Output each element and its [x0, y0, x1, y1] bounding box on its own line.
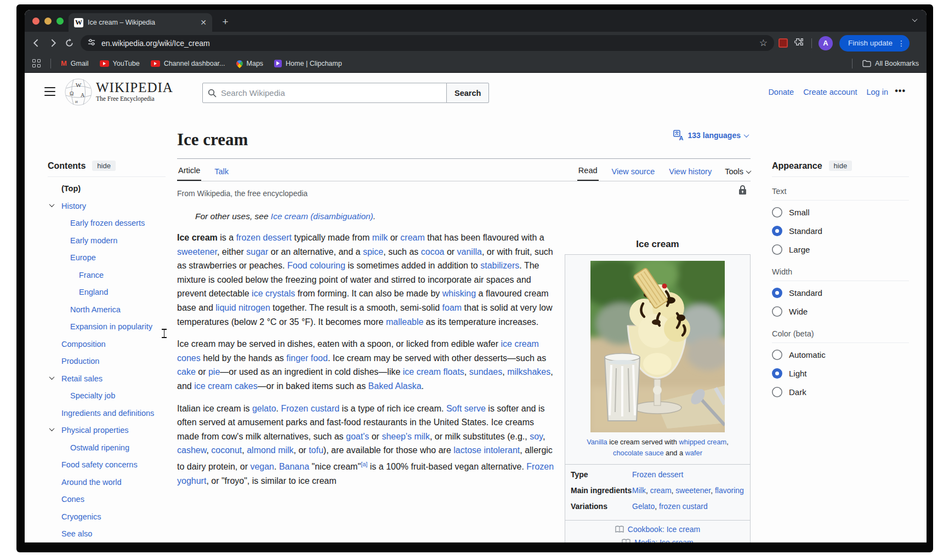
- tools-menu[interactable]: Tools: [725, 167, 751, 181]
- wiki-link[interactable]: Baked Alaska: [368, 381, 422, 391]
- wiki-link[interactable]: Food colouring: [287, 261, 345, 270]
- wiki-link[interactable]: finger food: [286, 353, 328, 363]
- wiki-link[interactable]: liquid nitrogen: [215, 303, 270, 312]
- apps-grid-icon[interactable]: [32, 59, 41, 67]
- minimize-window-button[interactable]: [44, 18, 52, 25]
- toc-link[interactable]: Food safety concerns: [48, 460, 166, 470]
- radio-button-selected[interactable]: [772, 226, 782, 236]
- infobox-footer-link[interactable]: Cookbook: Ice cream: [628, 525, 700, 534]
- site-settings-icon[interactable]: [87, 38, 96, 49]
- header-link-log-in[interactable]: Log in: [866, 88, 888, 96]
- appearance-option-automatic[interactable]: Automatic: [772, 350, 909, 360]
- search-input[interactable]: [221, 88, 441, 98]
- appearance-option-standard[interactable]: Standard: [772, 226, 909, 236]
- toc-link[interactable]: Cones: [48, 494, 166, 504]
- wiki-link[interactable]: soy: [530, 432, 543, 441]
- toc-link[interactable]: Production: [48, 356, 166, 366]
- bookmark-item[interactable]: MGmail: [61, 59, 89, 67]
- toc-link[interactable]: Cryogenics: [48, 512, 166, 522]
- languages-button[interactable]: A 133 languages: [673, 130, 749, 141]
- wiki-link[interactable]: cocoa: [421, 247, 445, 256]
- radio-button-selected[interactable]: [772, 288, 782, 298]
- toc-link[interactable]: (Top): [48, 184, 166, 193]
- appearance-option-wide[interactable]: Wide: [772, 306, 909, 317]
- wiki-link[interactable]: ice cream floats: [403, 367, 464, 376]
- infobox-footer-link[interactable]: Media: Ice cream: [634, 538, 693, 542]
- wiki-link[interactable]: tofu: [309, 445, 323, 455]
- toc-link[interactable]: Retail sales: [48, 374, 166, 384]
- wiki-link[interactable]: Soft serve: [446, 404, 486, 413]
- all-bookmarks-button[interactable]: All Bookmarks: [862, 60, 919, 67]
- wikipedia-wordmark[interactable]: WIKIPEDIA The Free Encyclopedia: [96, 81, 173, 102]
- wiki-link[interactable]: malleable: [386, 317, 423, 327]
- wiki-link[interactable]: gelato: [252, 404, 276, 413]
- wiki-link[interactable]: milkshakes: [507, 367, 550, 376]
- header-more-icon[interactable]: •••: [895, 86, 906, 96]
- finish-update-button[interactable]: Finish update ⋮: [839, 35, 910, 52]
- wiki-link[interactable]: cream: [650, 486, 672, 495]
- wiki-link[interactable]: Milk: [632, 486, 646, 495]
- toc-link[interactable]: See also: [48, 529, 166, 539]
- toc-link[interactable]: Ostwald ripening: [48, 443, 166, 453]
- wiki-link[interactable]: coconut: [211, 445, 242, 455]
- toc-link[interactable]: North America: [48, 305, 166, 315]
- address-bar[interactable]: en.wikipedia.org/wiki/Ice_cream ☆: [81, 35, 774, 51]
- wiki-link[interactable]: milk: [372, 233, 388, 242]
- wiki-link[interactable]: ice crystals: [252, 289, 295, 298]
- wiki-link[interactable]: ice cream cakes: [194, 381, 258, 391]
- wiki-link[interactable]: chocolate sauce: [613, 449, 663, 457]
- wiki-link[interactable]: sugar: [246, 247, 268, 256]
- tab-article[interactable]: Article: [177, 162, 201, 181]
- bookmark-item[interactable]: Maps: [236, 59, 264, 67]
- radio-button[interactable]: [772, 350, 782, 360]
- radio-button[interactable]: [772, 306, 782, 317]
- wiki-link[interactable]: cream: [400, 233, 424, 242]
- tab-view-history[interactable]: View history: [668, 163, 713, 181]
- wikipedia-globe-logo[interactable]: W Ω A и: [64, 77, 93, 109]
- tab-search-chevron-icon[interactable]: [912, 16, 918, 22]
- wiki-link[interactable]: Vanilla: [587, 438, 607, 446]
- wiki-link[interactable]: sweetener: [675, 486, 711, 495]
- radio-button[interactable]: [772, 207, 782, 218]
- wiki-link[interactable]: Banana: [279, 462, 309, 471]
- wiki-link[interactable]: cashew: [177, 445, 206, 455]
- toc-link[interactable]: France: [48, 270, 166, 280]
- wiki-link[interactable]: pie: [208, 367, 220, 376]
- hamburger-menu-icon[interactable]: [44, 87, 55, 96]
- toc-link[interactable]: Around the world: [48, 477, 166, 487]
- page-protection-lock-icon[interactable]: [738, 185, 747, 197]
- bookmark-star-icon[interactable]: ☆: [759, 37, 768, 49]
- search-box[interactable]: [202, 83, 447, 103]
- wiki-link[interactable]: sundaes: [469, 367, 503, 376]
- search-button[interactable]: Search: [446, 83, 489, 103]
- toc-link[interactable]: Ingredients and definitions: [48, 408, 166, 418]
- toc-link[interactable]: Europe: [48, 253, 166, 262]
- toc-link[interactable]: Early frozen desserts: [48, 218, 166, 228]
- wiki-link[interactable]: flavoring: [715, 486, 744, 495]
- url-text[interactable]: en.wikipedia.org/wiki/Ice_cream: [101, 39, 754, 48]
- wiki-link[interactable]: Frozen custard: [281, 404, 339, 413]
- wiki-link[interactable]: sweetener: [177, 247, 217, 256]
- wiki-link[interactable]: vanilla: [457, 247, 482, 256]
- toc-link[interactable]: Expansion in popularity: [48, 322, 166, 332]
- wiki-link[interactable]: whisking: [442, 289, 476, 298]
- appearance-option-standard[interactable]: Standard: [772, 288, 909, 298]
- red-extension-icon[interactable]: [778, 38, 788, 48]
- bookmark-item[interactable]: Channel dashboar...: [151, 59, 225, 67]
- back-icon[interactable]: [28, 35, 44, 52]
- ice-cream-photo[interactable]: [590, 261, 725, 432]
- toc-link[interactable]: England: [48, 287, 166, 297]
- toc-link[interactable]: Early modern: [48, 236, 166, 245]
- forward-icon[interactable]: [44, 35, 61, 52]
- wiki-link[interactable]: stabilizers: [480, 261, 519, 270]
- reload-icon[interactable]: [61, 35, 77, 52]
- toc-link[interactable]: Composition: [48, 339, 166, 349]
- appearance-option-light[interactable]: Light: [772, 368, 909, 379]
- tab-view-source[interactable]: View source: [611, 163, 656, 181]
- header-link-donate[interactable]: Donate: [768, 88, 794, 96]
- browser-tab[interactable]: W Ice cream – Wikipedia ✕: [69, 13, 212, 32]
- wiki-link[interactable]: Ice cream (disambiguation): [271, 212, 373, 221]
- new-tab-button[interactable]: +: [218, 14, 233, 30]
- appearance-hide-button[interactable]: hide: [829, 161, 853, 171]
- wiki-link[interactable]: frozen dessert: [236, 233, 292, 242]
